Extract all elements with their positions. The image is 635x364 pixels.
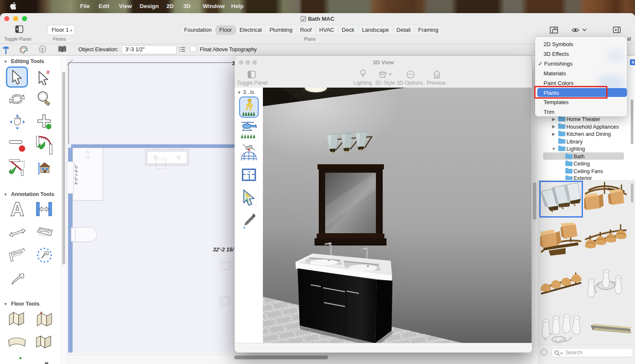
svg-text:Exterior: Exterior (574, 175, 592, 180)
svg-text:▶: ▶ (552, 117, 555, 121)
svg-text:Household Appliances: Household Appliances (566, 124, 619, 130)
svg-text:▶: ▶ (552, 132, 555, 136)
svg-text:3'-0" x 4'-0": 3'-0" x 4'-0" (74, 165, 78, 185)
svg-text:Bath: Bath (574, 154, 585, 160)
svg-text:Home Theater: Home Theater (566, 116, 600, 122)
svg-text:▶: ▶ (552, 124, 555, 129)
svg-text:#: # (47, 69, 50, 75)
svg-text:Kitchen and Dining: Kitchen and Dining (566, 131, 611, 137)
svg-text:Ceiling: Ceiling (574, 161, 590, 167)
svg-text:32'-2 15/: 32'-2 15/ (213, 247, 234, 253)
svg-text:Ceiling Fans: Ceiling Fans (574, 168, 603, 174)
svg-text:Lighting: Lighting (566, 146, 585, 152)
svg-text:Library: Library (566, 139, 583, 145)
svg-text:▼: ▼ (552, 146, 556, 151)
